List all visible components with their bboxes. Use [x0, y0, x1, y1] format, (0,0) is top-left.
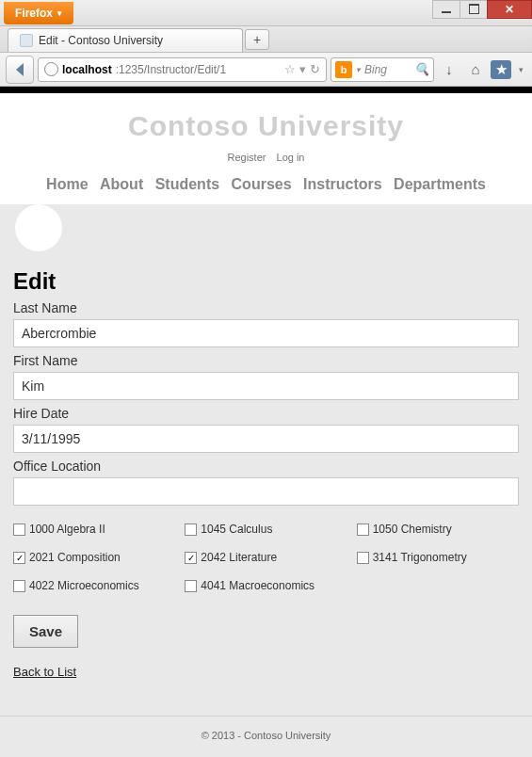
label-last-name: Last Name	[13, 300, 524, 315]
search-dropdown-icon[interactable]: ▾	[356, 65, 361, 74]
page-footer: © 2013 - Contoso University	[0, 716, 532, 757]
nav-students[interactable]: Students	[155, 176, 219, 192]
checkbox-icon	[13, 523, 25, 536]
course-check[interactable]: 2021 Composition	[13, 551, 175, 564]
page-content: Contoso University Register Log in Home …	[0, 87, 532, 757]
navigation-toolbar: localhost:1235/Instructor/Edit/1 ☆ ▾ ↻ b…	[0, 53, 532, 87]
label-hire-date: Hire Date	[13, 406, 524, 421]
course-label: 1045 Calculus	[201, 523, 272, 536]
input-first-name[interactable]	[13, 372, 519, 400]
close-button[interactable]	[487, 0, 532, 19]
course-label: 2042 Literature	[201, 551, 277, 564]
globe-icon	[44, 62, 58, 76]
nav-departments[interactable]: Departments	[394, 176, 486, 192]
checkbox-icon	[357, 523, 369, 536]
home-button[interactable]: ⌂	[464, 58, 487, 81]
browser-tab[interactable]: Edit - Contoso University	[8, 28, 243, 52]
downloads-button[interactable]: ↓	[438, 58, 460, 81]
window-controls	[433, 0, 532, 26]
url-host: localhost	[62, 63, 112, 76]
register-link[interactable]: Register	[227, 152, 266, 163]
nav-instructors[interactable]: Instructors	[303, 176, 382, 192]
course-check[interactable]: 4022 Microeconomics	[13, 579, 175, 592]
course-check[interactable]: 1000 Algebra II	[13, 523, 175, 536]
address-bar[interactable]: localhost:1235/Instructor/Edit/1 ☆ ▾ ↻	[38, 57, 327, 82]
course-check[interactable]: 4041 Macroeconomics	[185, 579, 347, 592]
input-last-name[interactable]	[13, 319, 519, 347]
minimize-button[interactable]	[432, 0, 460, 19]
page-heading: Edit	[13, 268, 524, 295]
course-label: 3141 Trigonometry	[373, 551, 467, 564]
course-check[interactable]: 1050 Chemistry	[357, 523, 519, 536]
avatar-placeholder	[15, 204, 62, 251]
nav-about[interactable]: About	[100, 176, 143, 192]
course-label: 4022 Microeconomics	[29, 579, 139, 592]
back-to-list-link[interactable]: Back to List	[13, 665, 76, 679]
course-label: 4041 Macroeconomics	[201, 579, 314, 592]
new-tab-button[interactable]: +	[245, 29, 269, 50]
tab-title: Edit - Contoso University	[39, 34, 163, 47]
bookmarks-dropdown-icon[interactable]: ▾	[515, 58, 526, 81]
tab-bar: Edit - Contoso University +	[0, 26, 532, 53]
bookmarks-menu-button[interactable]: ★	[491, 60, 511, 79]
search-placeholder: Bing	[364, 63, 387, 76]
search-go-icon[interactable]: 🔍	[414, 62, 429, 76]
label-first-name: First Name	[13, 353, 524, 368]
save-button[interactable]: Save	[13, 615, 78, 648]
checkbox-icon	[13, 580, 25, 592]
label-office-location: Office Location	[13, 459, 524, 474]
main-nav: Home About Students Courses Instructors …	[0, 176, 532, 204]
input-hire-date[interactable]	[13, 425, 519, 453]
bing-icon: b	[335, 61, 352, 78]
history-dropdown-icon[interactable]: ▾	[299, 62, 306, 76]
checkbox-icon	[185, 552, 197, 564]
course-check[interactable]: 1045 Calculus	[185, 523, 347, 536]
course-label: 1000 Algebra II	[29, 523, 105, 536]
url-path: :1235/Instructor/Edit/1	[116, 63, 226, 76]
checkbox-icon	[185, 523, 197, 536]
course-check[interactable]: 2042 Literature	[185, 551, 347, 564]
checkbox-icon	[357, 552, 369, 564]
bookmark-star-icon[interactable]: ☆	[284, 62, 296, 76]
maximize-button[interactable]	[459, 0, 488, 19]
refresh-icon[interactable]: ↻	[310, 62, 320, 76]
site-title: Contoso University	[0, 110, 532, 142]
content-body: Edit Last Name First Name Hire Date Offi…	[0, 204, 532, 757]
input-office-location[interactable]	[13, 477, 519, 506]
search-bar[interactable]: b ▾ Bing 🔍	[330, 57, 434, 82]
nav-home[interactable]: Home	[46, 176, 88, 192]
course-checkboxes: 1000 Algebra II 1045 Calculus 1050 Chemi…	[8, 506, 524, 602]
course-check[interactable]: 3141 Trigonometry	[357, 551, 519, 564]
login-link[interactable]: Log in	[277, 152, 305, 163]
back-button[interactable]	[6, 56, 34, 84]
firefox-menu-button[interactable]: Firefox	[4, 2, 73, 24]
checkbox-icon	[13, 552, 25, 564]
edit-form: Edit Last Name First Name Hire Date Offi…	[0, 251, 532, 699]
window-titlebar: Firefox	[0, 0, 532, 26]
page-icon	[20, 34, 33, 47]
checkbox-icon	[185, 580, 197, 592]
course-label: 2021 Composition	[29, 551, 121, 564]
top-black-bar	[0, 87, 532, 93]
site-header: Contoso University Register Log in Home …	[0, 93, 532, 212]
course-label: 1050 Chemistry	[373, 523, 452, 536]
account-links: Register Log in	[0, 152, 532, 163]
nav-courses[interactable]: Courses	[232, 176, 292, 192]
